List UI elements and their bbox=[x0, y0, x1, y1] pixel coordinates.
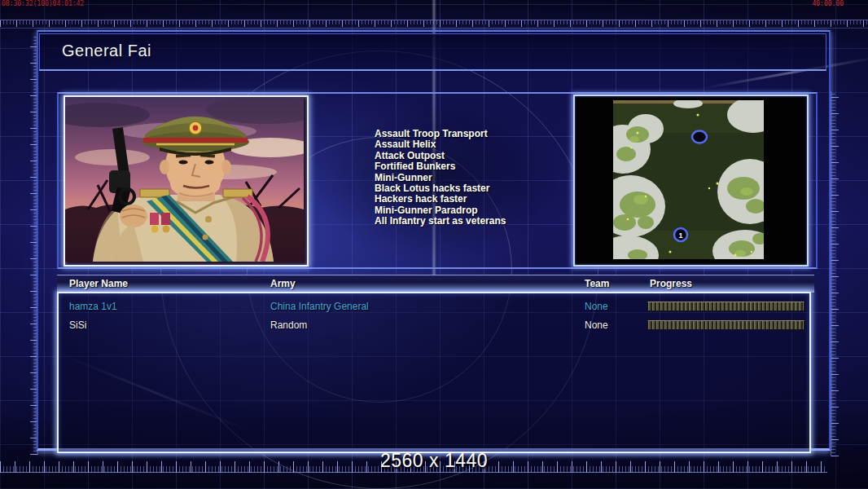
progress-bar bbox=[647, 320, 804, 330]
start-position-marker-1: 1 bbox=[674, 228, 687, 241]
debug-timer-top-right: 40:00.00 bbox=[812, 1, 844, 7]
ability-item: Hackers hack faster bbox=[375, 194, 506, 205]
resolution-label: 2560 x 1440 bbox=[0, 450, 868, 472]
ruler-top bbox=[0, 20, 868, 29]
player-list-panel: hamza 1v1China Infantry GeneralNoneSiSiR… bbox=[57, 292, 811, 453]
player-army: Random bbox=[270, 319, 307, 331]
general-portrait-art bbox=[65, 97, 304, 262]
header-player-name: Player Name bbox=[69, 278, 128, 289]
player-army: China Infantry General bbox=[270, 301, 369, 312]
ability-item: Mini-Gunner bbox=[375, 173, 506, 183]
debug-timer-top-left: 08:30:32(100)04:01:42 bbox=[2, 1, 84, 7]
abilities-list: Assault Troop TransportAssault HelixAtta… bbox=[375, 129, 506, 227]
ability-item: Mini-Gunner Paradrop bbox=[375, 205, 506, 216]
player-name: hamza 1v1 bbox=[69, 301, 117, 312]
general-portrait bbox=[64, 95, 309, 267]
start-position-marker-top bbox=[692, 131, 707, 143]
map-preview-image: 1 bbox=[613, 100, 764, 259]
player-row: hamza 1v1China Infantry GeneralNone bbox=[59, 298, 809, 315]
ability-item: Black Lotus hacks faster bbox=[375, 183, 506, 194]
progress-bar-fill bbox=[648, 302, 804, 311]
player-table-header: Player Name Army Team Progress bbox=[57, 275, 814, 293]
header-progress: Progress bbox=[650, 278, 692, 289]
progress-bar bbox=[647, 302, 804, 311]
player-team: None bbox=[585, 301, 608, 312]
player-team: None bbox=[585, 319, 608, 331]
ruler-right bbox=[831, 91, 839, 456]
ability-item: Assault Troop Transport bbox=[375, 129, 506, 139]
map-preview-panel: 1 bbox=[573, 95, 809, 267]
ability-item: Fortified Bunkers bbox=[375, 161, 506, 172]
general-title: General Fai bbox=[62, 42, 151, 60]
player-row: SiSiRandomNone bbox=[59, 317, 809, 333]
svg-text:1: 1 bbox=[678, 231, 682, 240]
player-name: SiSi bbox=[69, 319, 86, 331]
progress-bar-fill bbox=[648, 321, 804, 329]
ability-item: Assault Helix bbox=[375, 139, 506, 150]
ability-item: All Infantry start as veterans bbox=[375, 216, 506, 227]
loading-screen: 08:30:32(100)04:01:42 40:00.00 General F… bbox=[0, 0, 868, 489]
header-army: Army bbox=[270, 278, 296, 289]
header-team: Team bbox=[585, 278, 609, 289]
title-bar: General Fai bbox=[39, 33, 826, 71]
ability-item: Attack Outpost bbox=[375, 151, 506, 161]
